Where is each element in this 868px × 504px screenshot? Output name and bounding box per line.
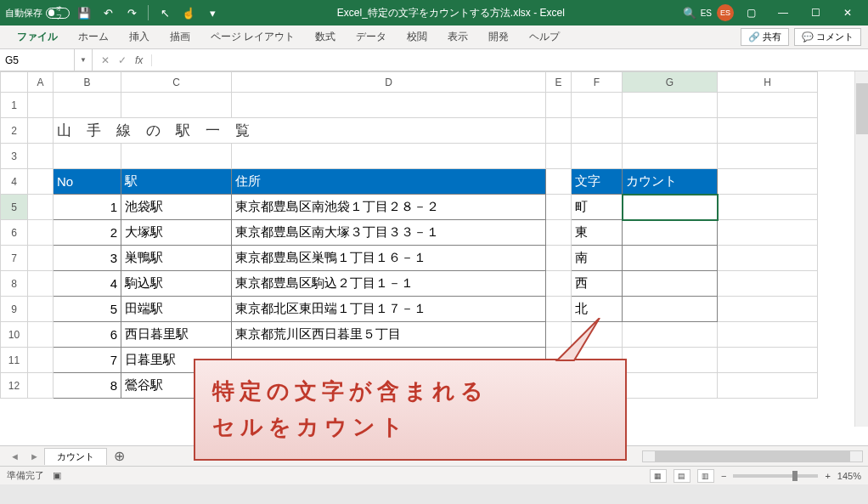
- share-button[interactable]: 🔗共有: [741, 28, 789, 46]
- tab-home[interactable]: ホーム: [68, 25, 119, 49]
- tab-page-layout[interactable]: ページ レイアウト: [200, 25, 305, 49]
- tab-review[interactable]: 校閲: [397, 25, 437, 49]
- sheet-nav-prev[interactable]: ◄: [5, 451, 25, 462]
- user-initials: ES: [701, 8, 712, 18]
- minimize-button[interactable]: —: [768, 0, 798, 25]
- page-break-view-icon[interactable]: ▥: [697, 469, 714, 483]
- page-layout-view-icon[interactable]: ▤: [674, 469, 690, 483]
- comment-button[interactable]: 💬コメント: [794, 28, 861, 46]
- save-icon[interactable]: 💾: [75, 3, 93, 22]
- row-header[interactable]: 5: [1, 195, 28, 220]
- tab-data[interactable]: データ: [346, 25, 397, 49]
- col-header[interactable]: B: [54, 72, 121, 93]
- zoom-slider[interactable]: [733, 474, 818, 478]
- search-icon[interactable]: 🔍: [680, 3, 699, 22]
- toggle-pill: オフ: [46, 8, 70, 19]
- row-header[interactable]: 3: [1, 144, 28, 169]
- redo-icon[interactable]: ↷: [122, 3, 141, 22]
- horizontal-scrollbar[interactable]: [642, 450, 863, 462]
- callout-tail: [506, 318, 608, 369]
- sheet-title: 山手線の駅一覧: [54, 118, 546, 144]
- zoom-in-button[interactable]: +: [825, 471, 830, 481]
- col-header[interactable]: A: [28, 72, 54, 93]
- row-header[interactable]: 1: [1, 93, 28, 118]
- annotation-callout: 特定の文字が含まれる セルをカウント: [194, 359, 627, 461]
- name-box[interactable]: G5: [0, 49, 75, 71]
- select-all-corner[interactable]: [1, 72, 28, 93]
- quick-access-toolbar: 自動保存 オフ 💾 ↶ ↷ ↖ ☝ ▾: [5, 3, 222, 22]
- status-ready: 準備完了: [7, 469, 44, 482]
- row-header[interactable]: 8: [1, 271, 28, 297]
- table-header-no: No: [54, 169, 121, 195]
- row-header[interactable]: 12: [1, 373, 28, 399]
- autosave-label: 自動保存: [5, 7, 42, 20]
- zoom-level[interactable]: 145%: [837, 471, 861, 481]
- row-header[interactable]: 10: [1, 322, 28, 348]
- sheet-tab[interactable]: カウント: [44, 448, 107, 465]
- col-header[interactable]: F: [572, 72, 623, 93]
- status-bar: 準備完了 ▣ ▦ ▤ ▥ − + 145%: [0, 466, 868, 484]
- tab-developer[interactable]: 開発: [478, 25, 519, 49]
- sheet-nav-next[interactable]: ►: [25, 451, 44, 462]
- row-header[interactable]: 11: [1, 348, 28, 373]
- col-header[interactable]: E: [546, 72, 572, 93]
- callout-line1: 特定の文字が含まれる: [212, 374, 608, 410]
- touch-icon[interactable]: ☝: [179, 3, 198, 22]
- autosave-toggle[interactable]: 自動保存 オフ: [5, 7, 70, 20]
- row-header[interactable]: 6: [1, 220, 28, 246]
- name-box-dropdown[interactable]: ▼: [75, 49, 93, 71]
- tab-file[interactable]: ファイル: [7, 25, 68, 49]
- title-bar: 自動保存 オフ 💾 ↶ ↷ ↖ ☝ ▾ Excel_特定の文字をカウントする方法…: [0, 0, 868, 25]
- zoom-out-button[interactable]: −: [721, 471, 726, 481]
- formula-bar: G5 ▼ ✕ ✓ fx: [0, 49, 868, 71]
- tab-formulas[interactable]: 数式: [305, 25, 346, 49]
- ribbon-display-icon[interactable]: ▢: [736, 0, 766, 25]
- enter-icon[interactable]: ✓: [118, 54, 127, 66]
- record-macro-icon[interactable]: ▣: [53, 470, 61, 481]
- add-sheet-button[interactable]: ⊕: [107, 448, 132, 464]
- window-title: Excel_特定の文字をカウントする方法.xlsx - Excel: [222, 6, 680, 20]
- row-header[interactable]: 9: [1, 297, 28, 322]
- comment-icon: 💬: [802, 31, 814, 42]
- callout-line2: セルをカウント: [212, 410, 608, 445]
- cancel-icon[interactable]: ✕: [101, 54, 110, 66]
- fx-icon[interactable]: fx: [135, 54, 152, 66]
- svg-marker-0: [557, 318, 600, 360]
- table-header-count: カウント: [623, 169, 718, 195]
- ribbon-tabs: ファイル ホーム 挿入 描画 ページ レイアウト 数式 データ 校閲 表示 開発…: [0, 25, 868, 49]
- table-header-station: 駅: [121, 169, 232, 195]
- maximize-button[interactable]: ☐: [800, 0, 831, 25]
- undo-icon[interactable]: ↶: [99, 3, 117, 22]
- col-header[interactable]: C: [121, 72, 232, 93]
- tab-help[interactable]: ヘルプ: [519, 25, 570, 49]
- col-header[interactable]: D: [232, 72, 546, 93]
- tab-view[interactable]: 表示: [437, 25, 478, 49]
- table-header-char: 文字: [572, 169, 623, 195]
- tab-insert[interactable]: 挿入: [119, 25, 160, 49]
- table-header-address: 住所: [232, 169, 546, 195]
- normal-view-icon[interactable]: ▦: [650, 469, 667, 483]
- close-button[interactable]: ✕: [832, 0, 863, 25]
- selected-cell[interactable]: [623, 195, 718, 220]
- vertical-scrollbar[interactable]: [854, 71, 868, 427]
- row-header[interactable]: 4: [1, 169, 28, 195]
- row-header[interactable]: 2: [1, 118, 28, 144]
- share-icon: 🔗: [748, 31, 760, 42]
- user-avatar[interactable]: ES: [717, 4, 734, 21]
- col-header[interactable]: H: [718, 72, 818, 93]
- row-header[interactable]: 7: [1, 246, 28, 271]
- cursor-icon[interactable]: ↖: [155, 3, 174, 22]
- qat-dropdown-icon[interactable]: ▾: [203, 3, 222, 22]
- col-header[interactable]: G: [623, 72, 718, 93]
- tab-draw[interactable]: 描画: [160, 25, 200, 49]
